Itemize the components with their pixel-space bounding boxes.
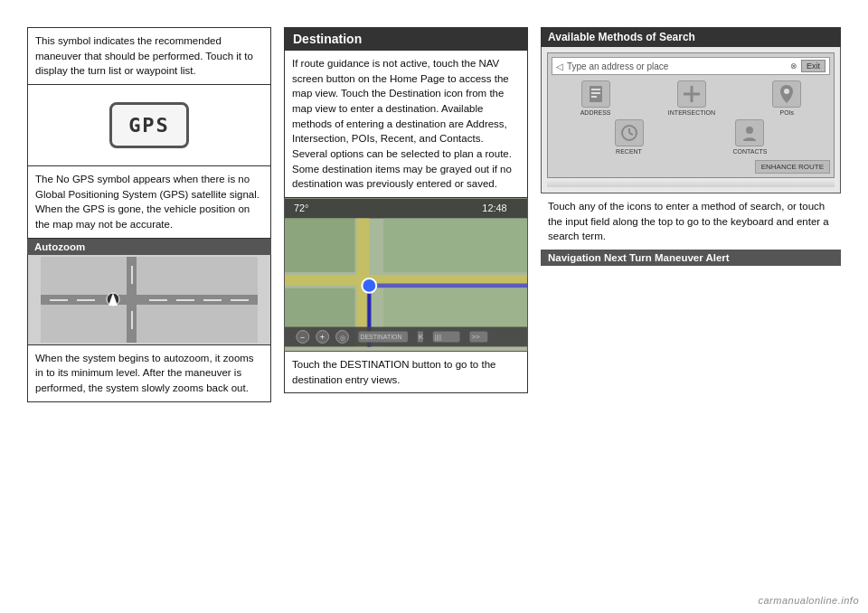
search-clear-icon: ⊗ — [790, 61, 797, 71]
svg-rect-20 — [383, 218, 527, 272]
autozoom-header: Autozoom — [27, 239, 271, 255]
symbol-description: This symbol indicates the recommended ma… — [27, 27, 271, 85]
left-column: This symbol indicates the recommended ma… — [27, 27, 271, 595]
address-icon — [581, 80, 610, 108]
search-description: Touch any of the icons to enter a method… — [541, 193, 841, 250]
recent-icon — [615, 119, 644, 146]
svg-text:>>: >> — [471, 333, 480, 341]
autozoom-image-block — [27, 255, 271, 345]
nav-map-svg: 72° 12:48 — [285, 198, 527, 347]
svg-point-49 — [746, 127, 753, 134]
search-description-text: Touch any of the icons to enter a method… — [548, 201, 829, 241]
address-label: ADDRESS — [580, 109, 611, 116]
svg-rect-41 — [591, 92, 600, 94]
svg-rect-9 — [131, 266, 133, 284]
intersection-label: INTERSECTION — [668, 109, 715, 116]
svg-rect-4 — [77, 299, 95, 301]
page: This symbol indicates the recommended ma… — [0, 0, 868, 613]
recent-label: RECENT — [616, 148, 642, 155]
intersection-icon-item[interactable]: INTERSECTION — [668, 80, 715, 116]
search-exit-button[interactable]: Exit — [801, 60, 826, 72]
middle-column: Destination If route guidance is not act… — [284, 27, 528, 595]
cutoff-gradient — [547, 180, 835, 187]
autozoom-map-svg — [41, 257, 258, 343]
recent-icon-item[interactable]: RECENT — [615, 119, 644, 155]
search-icons-row-top: ADDRESS INTERSECTION POIs — [552, 80, 830, 116]
search-bar[interactable]: ◁ Type an address or place ⊗ Exit — [552, 57, 830, 75]
svg-text:◎: ◎ — [340, 335, 345, 341]
available-methods-header: Available Methods of Search — [541, 27, 841, 47]
svg-rect-42 — [591, 96, 597, 98]
watermark: carmanualonline.info — [758, 595, 859, 606]
svg-text:||||: |||| — [435, 334, 441, 341]
gps-icon-block: GPS — [27, 85, 271, 166]
autozoom-description-text: When the system begins to autozoom, it z… — [35, 353, 254, 393]
svg-text:+: + — [320, 333, 325, 342]
nav-next-turn-header: Navigation Next Turn Maneuver Alert — [541, 250, 841, 266]
available-methods-label: Available Methods of Search — [548, 31, 695, 43]
contacts-icon — [735, 119, 764, 146]
enhance-route-button[interactable]: ENHANCE ROUTE — [755, 160, 830, 174]
svg-text:DESTINATION: DESTINATION — [360, 334, 401, 340]
search-ui-block: ◁ Type an address or place ⊗ Exit ADDRES… — [541, 47, 841, 193]
svg-text:72°: 72° — [294, 203, 309, 214]
search-ui: ◁ Type an address or place ⊗ Exit ADDRES… — [547, 52, 835, 178]
svg-text:−: − — [300, 333, 305, 342]
gps-label: GPS — [128, 114, 170, 137]
contacts-label: CONTACTS — [733, 148, 768, 155]
content-area: This symbol indicates the recommended ma… — [0, 0, 868, 613]
svg-text:K: K — [419, 333, 424, 341]
svg-rect-3 — [50, 299, 68, 301]
svg-rect-6 — [176, 299, 194, 301]
enhance-route-row: ENHANCE ROUTE — [552, 158, 830, 174]
search-icons-row-bottom: RECENT CONTACTS — [552, 119, 830, 155]
svg-rect-5 — [149, 299, 167, 301]
svg-rect-10 — [131, 311, 133, 329]
poi-label: POIs — [780, 109, 795, 116]
svg-rect-7 — [203, 299, 222, 301]
map-caption-text: Touch the DESTINATION button to go to th… — [292, 359, 495, 385]
autozoom-header-label: Autozoom — [34, 241, 85, 252]
watermark-text: carmanualonline.info — [758, 595, 859, 606]
destination-description: If route guidance is not active, touch t… — [284, 51, 528, 198]
symbol-description-text: This symbol indicates the recommended ma… — [35, 35, 253, 76]
nav-map-block: 72° 12:48 — [284, 198, 528, 352]
intersection-icon — [677, 80, 706, 108]
destination-header-label: Destination — [293, 32, 362, 46]
destination-header: Destination — [284, 27, 528, 51]
svg-point-23 — [362, 278, 376, 293]
no-gps-description: The No GPS symbol appears when there is … — [27, 166, 271, 239]
no-gps-text: The No GPS symbol appears when there is … — [35, 174, 259, 230]
poi-icon — [772, 80, 801, 108]
map-caption: Touch the DESTINATION button to go to th… — [284, 352, 528, 393]
gps-icon: GPS — [109, 102, 189, 148]
svg-rect-40 — [591, 89, 600, 90]
back-arrow-icon: ◁ — [556, 61, 563, 71]
poi-icon-item[interactable]: POIs — [772, 80, 801, 116]
destination-description-text: If route guidance is not active, touch t… — [292, 58, 512, 189]
autozoom-description: When the system begins to autozoom, it z… — [27, 345, 271, 402]
svg-point-45 — [784, 89, 789, 94]
nav-next-turn-label: Navigation Next Turn Maneuver Alert — [548, 252, 730, 263]
right-column: Available Methods of Search ◁ Type an ad… — [541, 27, 841, 595]
contacts-icon-item[interactable]: CONTACTS — [733, 119, 768, 155]
address-icon-item[interactable]: ADDRESS — [580, 80, 611, 116]
svg-rect-8 — [231, 299, 249, 301]
search-input[interactable]: Type an address or place — [567, 61, 787, 71]
svg-rect-19 — [285, 218, 354, 272]
svg-text:12:48: 12:48 — [482, 203, 506, 214]
svg-line-48 — [629, 133, 633, 135]
